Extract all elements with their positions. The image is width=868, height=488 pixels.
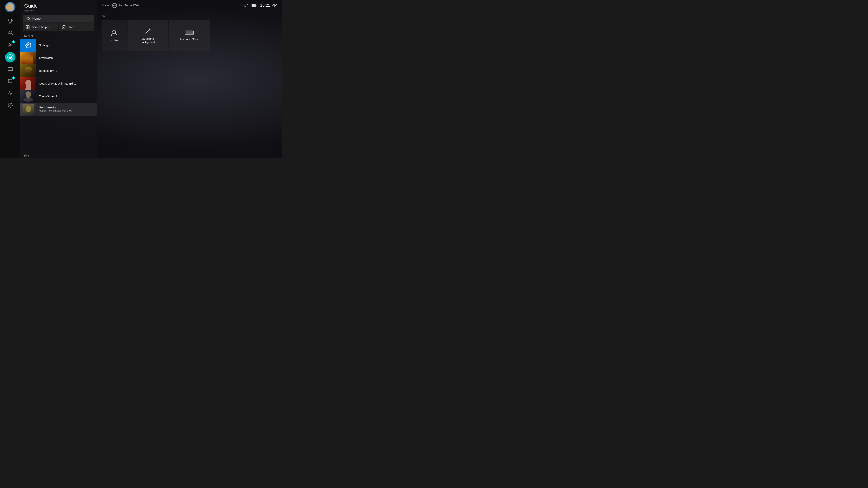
home-xbox-label: My home Xbox <box>180 37 198 41</box>
recent-item-gold[interactable]: Gold benefits Mafia III now in Deals wit… <box>20 103 97 116</box>
friend-request-badge: 1 <box>12 40 15 44</box>
gold-subtitle: Mafia III now in Deals with Gold <box>39 109 94 113</box>
sidebar-item-xbox[interactable] <box>5 52 16 62</box>
svg-rect-4 <box>8 67 12 70</box>
svg-rect-6 <box>26 25 28 27</box>
recent-item-gears[interactable]: Gears of War: Ultimate Edit... <box>20 77 97 90</box>
home-xbox-icon <box>185 30 194 35</box>
svg-rect-19 <box>186 31 193 34</box>
overwatch-thumbnail <box>20 52 36 64</box>
dvr-press-text: Press <box>101 4 110 7</box>
svg-rect-21 <box>187 35 191 35</box>
store-button[interactable]: Store <box>59 23 94 31</box>
svg-rect-9 <box>28 27 29 29</box>
guide-header: Guide SlipPitch <box>20 3 97 15</box>
battlefield-label: Battlefield™ 1 <box>36 69 97 73</box>
svg-point-12 <box>113 3 116 7</box>
profile-label: profile <box>111 38 118 42</box>
profile-icon <box>111 29 118 37</box>
recent-label: Recent <box>20 33 97 39</box>
recent-item-settings[interactable]: Settings <box>20 39 97 52</box>
battlefield-thumbnail <box>20 64 36 77</box>
xbox-button-icon[interactable] <box>5 52 16 62</box>
guide-title: Guide <box>24 3 93 9</box>
clock: 10:21 PM <box>260 3 278 7</box>
status-bar: 10:21 PM <box>244 3 278 7</box>
guide-subtitle: SlipPitch <box>24 9 93 12</box>
svg-point-0 <box>9 32 10 33</box>
witcher-label: The Witcher 3 <box>36 95 97 98</box>
pins-label: Pins <box>20 152 97 158</box>
witcher-thumbnail <box>20 90 36 103</box>
headset-icon <box>244 3 248 7</box>
gold-title: Gold benefits <box>39 106 94 109</box>
section-label: on <box>101 15 278 18</box>
color-icon <box>144 27 152 35</box>
sidebar-item-connect[interactable] <box>5 88 16 98</box>
recent-item-witcher[interactable]: The Witcher 3 <box>20 90 97 103</box>
gears-label: Gears of War: Ultimate Edit... <box>36 82 97 85</box>
gold-text: Gold benefits Mafia III now in Deals wit… <box>36 106 97 113</box>
tile-profile[interactable]: profile <box>101 20 127 51</box>
svg-point-11 <box>28 45 29 46</box>
settings-label: Settings <box>36 44 97 47</box>
sidebar: 1 7 <box>0 0 20 158</box>
xbox-button-circle <box>112 3 117 8</box>
recent-list: Settings Overwatch Battlefield™ 1 <box>20 39 97 152</box>
color-label: My color &background <box>141 37 155 44</box>
gold-thumbnail <box>20 103 36 116</box>
sidebar-item-friend-request[interactable]: 1 <box>5 40 16 51</box>
tile-color[interactable]: My color &background <box>127 20 168 51</box>
sidebar-item-trophy[interactable] <box>5 16 16 26</box>
top-bar: Press for Game DVR 10:21 PM <box>97 0 282 11</box>
recent-item-battlefield[interactable]: Battlefield™ 1 <box>20 64 97 77</box>
svg-rect-8 <box>26 27 28 29</box>
svg-point-2 <box>9 44 10 45</box>
sidebar-item-messages[interactable]: 7 <box>5 76 16 87</box>
svg-point-15 <box>113 30 116 33</box>
home-nav-button[interactable]: Home <box>23 15 94 23</box>
svg-rect-7 <box>28 25 29 27</box>
sidebar-item-friends[interactable] <box>5 28 16 38</box>
svg-rect-14 <box>252 4 255 6</box>
svg-point-3 <box>7 55 13 60</box>
tv-icon[interactable] <box>5 64 16 75</box>
messages-badge: 7 <box>12 77 15 80</box>
guide-panel: Guide SlipPitch Home Games & apps <box>20 0 97 158</box>
svg-point-5 <box>9 105 11 106</box>
friends-icon[interactable] <box>5 28 16 38</box>
battery-icon <box>252 4 257 7</box>
sidebar-item-settings[interactable] <box>5 100 16 111</box>
svg-line-16 <box>146 29 150 33</box>
tile-home-xbox[interactable]: My home Xbox <box>169 20 210 51</box>
home-label: Home <box>32 17 41 20</box>
recent-item-overwatch[interactable]: Overwatch <box>20 52 97 64</box>
svg-point-1 <box>11 32 12 33</box>
main-content: on profile My color &backgro <box>97 11 282 158</box>
gears-thumbnail <box>20 77 36 90</box>
gear-icon[interactable] <box>5 100 16 111</box>
trophy-icon[interactable] <box>5 16 16 26</box>
sidebar-item-tv[interactable] <box>5 64 16 75</box>
guide-nav: Home Games & apps Store <box>20 15 97 31</box>
dvr-bar: Press for Game DVR <box>101 3 140 8</box>
avatar[interactable] <box>5 2 16 12</box>
store-label: Store <box>68 26 74 29</box>
games-apps-button[interactable]: Games & apps <box>23 23 58 31</box>
dvr-label: for Game DVR <box>119 4 140 7</box>
nav-row: Games & apps Store <box>23 23 94 31</box>
games-apps-label: Games & apps <box>32 26 50 29</box>
settings-thumbnail <box>20 39 36 52</box>
overwatch-label: Overwatch <box>36 56 97 60</box>
tiles-row: profile My color &background <box>101 20 278 51</box>
connect-icon[interactable] <box>5 88 16 98</box>
